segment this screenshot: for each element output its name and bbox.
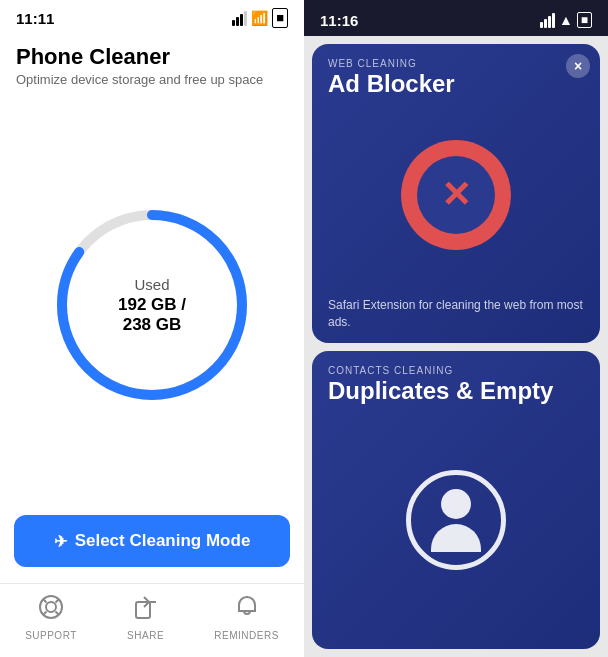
left-panel: 11:11 📶 ■ Phone Cleaner Optimize device … [0, 0, 304, 657]
svg-point-1 [46, 602, 56, 612]
status-time-right: 11:16 [320, 12, 358, 29]
ad-blocker-card[interactable]: × WEB CLEANING Ad Blocker ✕ Safari Exten… [312, 44, 600, 343]
battery-icon-right: ■ [577, 12, 592, 28]
storage-values: 192 GB / 238 GB [102, 295, 202, 335]
close-button[interactable]: × [566, 54, 590, 78]
ad-blocker-inner-ring: ✕ [417, 156, 495, 234]
status-time-left: 11:11 [16, 10, 54, 27]
contact-body [431, 524, 481, 552]
ad-blocker-icon-area: ✕ [328, 97, 584, 293]
storage-circle: Used 192 GB / 238 GB [52, 205, 252, 405]
wifi-icon-right: ▲ [559, 12, 573, 28]
select-btn-icon: ✈ [54, 532, 67, 551]
share-icon [133, 594, 159, 626]
ad-blocker-title: Ad Blocker [328, 71, 584, 97]
support-icon [38, 594, 64, 626]
ad-blocker-category: WEB CLEANING [328, 58, 584, 69]
ad-blocker-x-icon: ✕ [441, 177, 471, 213]
duplicates-card-content: CONTACTS CLEANING Duplicates & Empty [312, 351, 600, 650]
select-cleaning-mode-button[interactable]: ✈ Select Cleaning Mode [14, 515, 290, 567]
right-panel: 11:16 ▲ ■ × WEB CLEANING Ad Blocker [304, 0, 608, 657]
ad-blocker-description: Safari Extension for cleaning the web fr… [328, 297, 584, 331]
app-subtitle: Optimize device storage and free up spac… [16, 72, 288, 87]
svg-line-2 [43, 599, 47, 603]
wifi-icon: 📶 [251, 10, 268, 26]
nav-item-support[interactable]: SUPPORT [25, 594, 77, 641]
status-bar-left: 11:11 📶 ■ [0, 0, 304, 32]
reminders-label: REMINDERS [214, 630, 279, 641]
contact-person-icon [431, 489, 481, 552]
signal-icon-right [540, 13, 555, 28]
ad-blocker-outer-ring: ✕ [401, 140, 511, 250]
duplicates-card[interactable]: CONTACTS CLEANING Duplicates & Empty [312, 351, 600, 650]
select-btn-label: Select Cleaning Mode [75, 531, 251, 551]
status-bar-right: 11:16 ▲ ■ [304, 0, 608, 36]
svg-line-5 [55, 612, 59, 616]
duplicates-category: CONTACTS CLEANING [328, 365, 584, 376]
reminders-icon [234, 594, 260, 626]
nav-item-share[interactable]: SHARE [127, 594, 164, 641]
circle-text: Used 192 GB / 238 GB [102, 276, 202, 335]
app-header: Phone Cleaner Optimize device storage an… [0, 32, 304, 95]
nav-item-reminders[interactable]: REMINDERS [214, 594, 279, 641]
contact-head [441, 489, 471, 519]
bottom-nav: SUPPORT SHARE REMINDERS [0, 583, 304, 657]
duplicates-title: Duplicates & Empty [328, 378, 584, 404]
signal-icon [232, 11, 247, 26]
share-label: SHARE [127, 630, 164, 641]
used-label: Used [102, 276, 202, 293]
support-label: SUPPORT [25, 630, 77, 641]
storage-circle-container: Used 192 GB / 238 GB [0, 95, 304, 515]
ad-blocker-card-content: WEB CLEANING Ad Blocker ✕ Safari Extensi… [312, 44, 600, 343]
status-icons-right: ▲ ■ [540, 12, 592, 28]
svg-line-4 [43, 612, 47, 616]
battery-icon: ■ [272, 8, 288, 28]
contact-icon-wrapper [406, 470, 506, 570]
duplicates-icon-area [328, 404, 584, 637]
svg-line-3 [55, 599, 59, 603]
app-title: Phone Cleaner [16, 44, 288, 70]
cards-container: × WEB CLEANING Ad Blocker ✕ Safari Exten… [304, 36, 608, 657]
status-icons-left: 📶 ■ [232, 8, 288, 28]
